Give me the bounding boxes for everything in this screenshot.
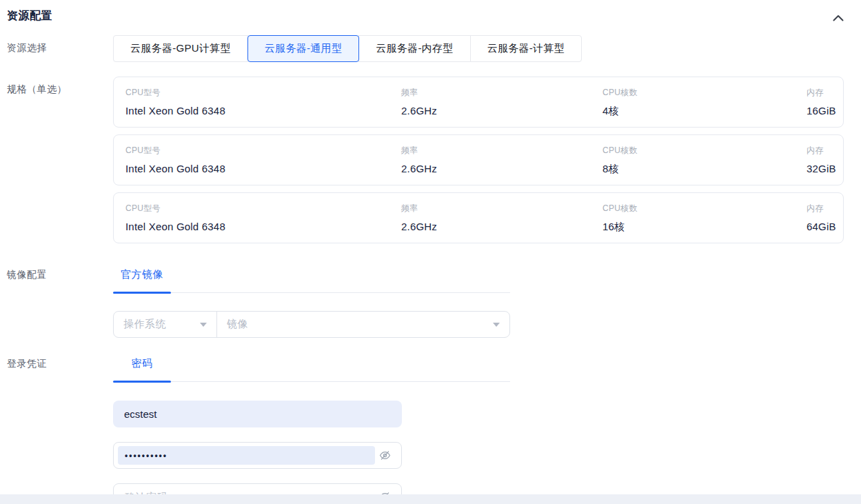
page-title: 资源配置 xyxy=(7,9,52,23)
os-select[interactable]: 操作系统 xyxy=(114,312,217,337)
spec-col-mem: 内存 xyxy=(807,145,836,157)
resource-config-panel: 资源配置 资源选择 云服务器-GPU计算型 云服务器-通用型 云服务器-内存型 … xyxy=(0,0,861,504)
tab-gpu-compute[interactable]: 云服务器-GPU计算型 xyxy=(113,35,248,62)
spec-mem-value: 16GiB xyxy=(807,105,836,117)
spec-mem-value: 32GiB xyxy=(807,163,836,174)
spec-col-mem: 内存 xyxy=(807,87,836,99)
login-credentials-label: 登录凭证 xyxy=(7,351,113,504)
image-select-placeholder: 镜像 xyxy=(227,318,248,331)
spec-col-cores: CPU核数 xyxy=(602,145,807,157)
page-background-strip xyxy=(0,494,861,504)
chevron-down-icon xyxy=(493,323,500,327)
spec-cores-value: 8核 xyxy=(602,163,807,176)
tab-official-image[interactable]: 官方镜像 xyxy=(113,262,171,292)
spec-freq-value: 2.6GHz xyxy=(401,221,602,232)
toggle-password-visibility-button[interactable] xyxy=(375,450,394,461)
image-select[interactable]: 镜像 xyxy=(217,312,509,337)
resource-select-label: 资源选择 xyxy=(7,35,113,62)
spec-col-cores: CPU核数 xyxy=(602,203,807,214)
spec-cpu-value: Intel Xeon Gold 6348 xyxy=(125,105,401,117)
os-select-placeholder: 操作系统 xyxy=(123,318,166,331)
spec-cpu-value: Intel Xeon Gold 6348 xyxy=(125,221,401,232)
spec-col-freq: 频率 xyxy=(401,145,602,157)
image-select-group: 操作系统 镜像 xyxy=(113,311,510,338)
spec-col-cpu: CPU型号 xyxy=(125,87,401,99)
spec-cores-value: 16核 xyxy=(602,221,807,234)
spec-card[interactable]: CPU型号 Intel Xeon Gold 6348 频率 2.6GHz CPU… xyxy=(113,134,844,185)
tab-general-purpose[interactable]: 云服务器-通用型 xyxy=(247,35,359,62)
chevron-down-icon xyxy=(200,323,207,327)
spec-freq-value: 2.6GHz xyxy=(401,105,602,117)
image-tab-bar: 官方镜像 xyxy=(113,262,510,293)
spec-col-freq: 频率 xyxy=(401,203,602,214)
spec-mem-value: 64GiB xyxy=(807,221,836,232)
row-spec: 规格（单选） CPU型号 Intel Xeon Gold 6348 频率 2.6… xyxy=(7,77,861,243)
image-config-label: 镜像配置 xyxy=(7,262,113,338)
tab-compute-optimized[interactable]: 云服务器-计算型 xyxy=(470,35,582,62)
spec-freq-value: 2.6GHz xyxy=(401,163,602,174)
spec-cpu-value: Intel Xeon Gold 6348 xyxy=(125,163,401,174)
spec-col-cpu: CPU型号 xyxy=(125,203,401,214)
chevron-up-icon xyxy=(833,14,844,21)
login-tab-bar: 密码 xyxy=(113,351,510,382)
password-input[interactable] xyxy=(118,446,375,465)
spec-card[interactable]: CPU型号 Intel Xeon Gold 6348 频率 2.6GHz CPU… xyxy=(113,77,844,128)
username-input[interactable] xyxy=(113,401,402,427)
row-resource-select: 资源选择 云服务器-GPU计算型 云服务器-通用型 云服务器-内存型 云服务器-… xyxy=(7,35,861,62)
spec-cores-value: 4核 xyxy=(602,105,807,118)
spec-col-mem: 内存 xyxy=(807,203,836,214)
panel-header: 资源配置 xyxy=(0,0,861,26)
active-tab-indicator xyxy=(113,381,171,383)
spec-col-freq: 频率 xyxy=(401,87,602,99)
collapse-button[interactable] xyxy=(831,10,846,26)
eye-off-icon xyxy=(379,450,391,461)
active-tab-indicator xyxy=(113,292,171,294)
spec-card[interactable]: CPU型号 Intel Xeon Gold 6348 频率 2.6GHz CPU… xyxy=(113,192,844,243)
tab-password[interactable]: 密码 xyxy=(113,351,171,381)
spec-list: CPU型号 Intel Xeon Gold 6348 频率 2.6GHz CPU… xyxy=(113,77,844,243)
resource-type-tabs: 云服务器-GPU计算型 云服务器-通用型 云服务器-内存型 云服务器-计算型 xyxy=(113,35,861,62)
spec-col-cpu: CPU型号 xyxy=(125,145,401,157)
tab-memory-optimized[interactable]: 云服务器-内存型 xyxy=(358,35,470,62)
spec-col-cores: CPU核数 xyxy=(602,87,807,99)
password-field xyxy=(113,442,402,469)
spec-label: 规格（单选） xyxy=(7,77,113,243)
row-image-config: 镜像配置 官方镜像 操作系统 镜像 xyxy=(7,262,861,338)
row-login-credentials: 登录凭证 密码 xyxy=(7,351,861,504)
